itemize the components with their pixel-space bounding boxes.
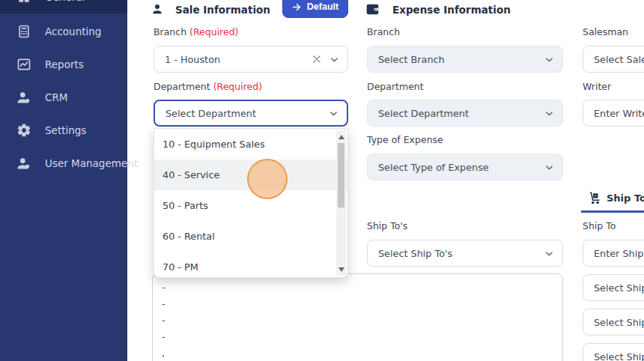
expense-branch-label: Branch xyxy=(367,26,400,37)
dropdown-option[interactable]: 50 - Parts xyxy=(154,190,347,221)
address-line: , xyxy=(162,345,553,361)
salesman-placeholder: Select Salesman xyxy=(594,54,644,65)
tab-active-underline xyxy=(581,210,644,213)
dropdown-option[interactable]: 10 - Equipment Sales xyxy=(154,129,347,160)
dropdown-option[interactable]: 60 - Rental xyxy=(154,221,347,252)
branch-label-text: Branch xyxy=(154,26,186,37)
department-label: Department (Required) xyxy=(154,81,262,92)
dropdown-scrollbar[interactable] xyxy=(336,130,346,276)
type-of-expense-label: Type of Expense xyxy=(367,134,443,145)
sidebar-item-label: CRM xyxy=(45,81,67,114)
chevron-down-icon xyxy=(329,55,339,64)
department-label-text: Department xyxy=(154,81,210,92)
sidebar-item-user-management[interactable]: User Management xyxy=(0,147,127,180)
tab-ship-to-contact[interactable]: Ship To Contact xyxy=(588,191,644,205)
writer-input[interactable]: Enter Writer xyxy=(583,100,644,127)
ship-to-select-4[interactable]: Select Ship To xyxy=(583,343,644,361)
expense-department-label: Department xyxy=(367,81,424,92)
department-select[interactable]: Select Department xyxy=(154,100,348,127)
department-required-text: (Required) xyxy=(213,81,262,92)
address-line: - xyxy=(162,312,553,329)
sidebar-item-general[interactable]: General xyxy=(0,0,127,13)
department-dropdown-list: 10 - Equipment Sales 40 - Service 50 - P… xyxy=(154,128,348,278)
writer-placeholder: Enter Writer xyxy=(594,108,644,119)
sidebar-item-label: General xyxy=(45,0,85,13)
ship-to-placeholder: Enter Ship To xyxy=(594,248,644,259)
sidebar-item-crm[interactable]: CRM xyxy=(0,81,127,114)
calculator-icon xyxy=(16,24,31,39)
ship-tos-label: Ship To's xyxy=(367,220,407,231)
clear-icon[interactable] xyxy=(312,54,322,64)
address-line: - xyxy=(162,296,553,312)
default-button-label: Default xyxy=(307,1,338,12)
sidebar-item-reports[interactable]: Reports xyxy=(0,48,127,81)
wallet-icon xyxy=(366,4,379,15)
expense-department-select[interactable]: Select Department xyxy=(367,100,563,127)
expense-branch-select[interactable]: Select Branch xyxy=(367,46,563,73)
type-of-expense-select[interactable]: Select Type of Expense xyxy=(367,154,563,180)
sale-section-title: Sale Information xyxy=(175,4,270,16)
sidebar: General Accounting Reports CRM Settings xyxy=(0,0,127,361)
scroll-up-arrow-icon[interactable] xyxy=(336,132,346,142)
type-of-expense-placeholder: Select Type of Expense xyxy=(378,162,489,173)
grid-icon xyxy=(16,0,31,4)
hand-truck-icon xyxy=(588,191,602,205)
expense-branch-placeholder: Select Branch xyxy=(378,54,445,65)
default-button[interactable]: Default xyxy=(282,0,348,18)
chevron-down-icon xyxy=(329,109,338,118)
sidebar-item-label: Reports xyxy=(45,48,84,81)
writer-label: Writer xyxy=(583,81,611,92)
salesman-label: Salesman xyxy=(583,26,628,37)
scroll-down-arrow-icon[interactable] xyxy=(336,264,346,274)
tab-ship-to-contact-label: Ship To Contact xyxy=(607,192,644,204)
chevron-down-icon xyxy=(544,109,554,118)
salesman-select[interactable]: Select Salesman xyxy=(583,46,644,73)
sidebar-item-label: Settings xyxy=(45,114,86,147)
chart-line-icon xyxy=(16,57,31,72)
sidebar-item-accounting[interactable]: Accounting xyxy=(0,15,127,48)
address-line: - xyxy=(162,329,553,345)
sidebar-item-settings[interactable]: Settings xyxy=(0,114,127,147)
address-text-box[interactable]: - - - - , xyxy=(152,273,563,361)
ship-to-input[interactable]: Enter Ship To xyxy=(583,240,644,267)
person-badge-icon xyxy=(16,90,31,105)
address-line: - xyxy=(162,279,553,296)
dropdown-option[interactable]: 70 - PM xyxy=(154,252,347,278)
gear-icon xyxy=(16,123,31,138)
expense-section-title: Expense Information xyxy=(392,4,511,16)
expense-department-placeholder: Select Department xyxy=(378,108,469,119)
branch-select-value: 1 - Houston xyxy=(165,54,220,65)
sidebar-item-label: User Management xyxy=(45,147,138,180)
user-shield-icon xyxy=(16,156,31,171)
cursor-highlight xyxy=(247,159,288,199)
chevron-down-icon xyxy=(544,249,554,258)
branch-select[interactable]: 1 - Houston xyxy=(154,46,348,73)
branch-required-text: (Required) xyxy=(189,26,238,37)
sidebar-item-label: Accounting xyxy=(45,15,101,48)
ship-to-select-2-placeholder: Select Ship To xyxy=(594,282,644,294)
arrow-right-icon xyxy=(292,2,302,12)
ship-to-select-4-placeholder: Select Ship To xyxy=(594,351,644,361)
ship-tos-select[interactable]: Select Ship To's xyxy=(367,240,563,267)
ship-to-select-3-placeholder: Select Ship To xyxy=(594,317,644,328)
ship-to-label: Ship To xyxy=(583,220,616,231)
department-select-placeholder: Select Department xyxy=(165,108,256,119)
chevron-down-icon xyxy=(544,55,554,64)
person-icon xyxy=(151,3,163,15)
chevron-down-icon xyxy=(544,163,554,172)
app-window: General Accounting Reports CRM Settings xyxy=(0,0,644,361)
ship-tos-placeholder: Select Ship To's xyxy=(378,248,452,259)
ship-to-select-2[interactable]: Select Ship To xyxy=(583,274,644,301)
ship-to-select-3[interactable]: Select Ship To xyxy=(583,309,644,336)
branch-label: Branch (Required) xyxy=(154,26,238,37)
scrollbar-thumb[interactable] xyxy=(338,143,344,207)
